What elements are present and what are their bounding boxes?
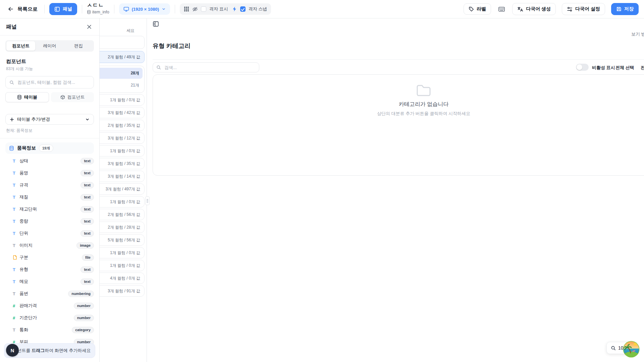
search-icon: [9, 80, 14, 85]
field-name: 재질: [19, 194, 28, 200]
component-search-input[interactable]: [17, 79, 90, 85]
back-to-list-button[interactable]: 목록으로: [5, 5, 40, 13]
viewport-size-select[interactable]: (644 × 362): [119, 3, 170, 15]
widget-title: 유형 카테고리: [153, 42, 191, 50]
tab-edit[interactable]: 편집: [64, 41, 93, 51]
i18n-settings-label: 다국어 설정: [575, 6, 600, 12]
field-row[interactable]: 구분 file: [0, 251, 99, 263]
field-row[interactable]: T 재고단위 text: [0, 203, 99, 215]
clipped-action-button[interactable]: 전: [641, 65, 644, 71]
select-all-button[interactable]: 전체 선택: [615, 65, 634, 71]
plus-icon: [10, 117, 14, 122]
field-type-icon: T: [13, 279, 18, 284]
field-row[interactable]: # 판매가격 number: [0, 300, 99, 312]
flyout-table-item-meta: 1개 컬럼 / 0개 값: [110, 263, 140, 268]
tab-layers[interactable]: 레이어: [35, 41, 64, 51]
empty-state-subtitle: 상단의 대분류 추가 버튼을 클릭하여 시작하세요: [153, 111, 644, 117]
field-type-badge: text: [80, 266, 94, 273]
field-type-icon: #: [13, 315, 18, 320]
field-type-badge: text: [80, 194, 94, 200]
grid-snap-checkbox[interactable]: [240, 6, 246, 12]
field-type-badge: text: [80, 230, 94, 237]
field-row[interactable]: T 이미지 image: [0, 239, 99, 251]
panel-close-button[interactable]: [85, 23, 93, 31]
source-tab-component-label: 컴포넌트: [67, 94, 85, 100]
field-type-badge: text: [80, 170, 94, 176]
add-table-dropdown[interactable]: 테이블 추가/변경: [5, 114, 94, 125]
save-button[interactable]: 저장: [611, 3, 639, 15]
keyboard-icon: [498, 7, 505, 12]
field-row[interactable]: T 유형 text: [0, 263, 99, 276]
empty-state: 카테고리가 없습니다 상단의 대분류 추가 버튼을 클릭하여 시작하세요: [153, 83, 644, 117]
label-button[interactable]: 라벨: [464, 3, 491, 15]
panel-tabs: 컴포넌트 레이어 편집: [5, 40, 94, 52]
search-icon: [156, 65, 161, 70]
field-type-badge: file: [82, 254, 94, 261]
add-table-label: 테이블 추가/변경: [17, 116, 50, 122]
grid-show-checkbox[interactable]: [201, 6, 206, 12]
field-name: 이미지: [19, 242, 33, 248]
keyboard-shortcuts-button[interactable]: [497, 5, 506, 13]
i18n-generate-button[interactable]: 다국어 생성: [512, 3, 556, 15]
translate-icon: [517, 6, 523, 12]
inactive-visibility-toggle[interactable]: [576, 64, 589, 71]
document-subtitle: item_info: [92, 10, 109, 14]
document-title: ㅅㄷㄴ: [87, 2, 109, 8]
field-type-icon: T: [13, 159, 18, 164]
source-tab-table[interactable]: 테이블: [5, 92, 49, 102]
field-type-icon: T: [13, 243, 18, 248]
back-to-list-label: 목록으로: [17, 6, 38, 12]
folder-icon: [153, 83, 644, 97]
field-row[interactable]: T 상태 text: [0, 155, 99, 167]
save-button-label: 저장: [624, 6, 634, 12]
category-search-input[interactable]: [164, 65, 256, 70]
sliders-icon: [567, 7, 573, 12]
save-icon: [616, 6, 622, 12]
panel-toggle-button[interactable]: 패널: [49, 3, 77, 15]
field-row[interactable]: T 메모 text: [0, 276, 99, 288]
tab-components[interactable]: 컴포넌트: [6, 41, 35, 51]
field-name: 메모: [19, 279, 28, 285]
source-tabs: 테이블 컴포넌트: [5, 92, 94, 102]
field-type-icon: T: [13, 195, 18, 200]
field-type-badge: text: [80, 218, 94, 225]
source-tab-component[interactable]: 컴포넌트: [51, 92, 94, 102]
field-row[interactable]: T 품명 text: [0, 167, 99, 179]
divider: [114, 5, 114, 13]
field-type-icon: T: [13, 171, 18, 176]
component-search: [5, 76, 94, 88]
grid-snap-label: 격자 스냅: [249, 6, 267, 12]
table-group-header[interactable]: 품목정보 19개: [5, 142, 94, 154]
field-type-icon: #: [13, 303, 18, 308]
field-type-icon: T: [13, 231, 18, 236]
field-row[interactable]: # 기준단가 number: [0, 312, 99, 324]
field-row[interactable]: T 중량 text: [0, 215, 99, 227]
i18n-settings-button[interactable]: 다국어 설정: [562, 3, 605, 15]
field-row[interactable]: T 규격 text: [0, 179, 99, 191]
field-type-badge: text: [80, 279, 94, 285]
island-extension-icon[interactable]: [623, 341, 640, 358]
flyout-count-label: 21개: [131, 82, 139, 88]
field-row[interactable]: T 품번 numbering: [0, 288, 99, 300]
field-name: 상태: [19, 158, 28, 164]
panel-resize-handle[interactable]: [145, 196, 150, 205]
flyout-table-item-meta: 3개 컬럼 / 12개 값: [108, 135, 140, 141]
field-name: 유형: [19, 266, 28, 273]
database-icon: [87, 10, 91, 14]
field-row[interactable]: T 재질 text: [0, 191, 99, 203]
divider: [0, 138, 99, 138]
field-name: 판매가격: [19, 303, 37, 309]
field-type-badge: numbering: [68, 291, 94, 297]
field-type-badge: number: [74, 303, 94, 309]
divider: [175, 5, 175, 13]
monitor-icon: [123, 7, 129, 12]
field-name: 단위: [19, 230, 28, 236]
collapse-panel-button[interactable]: [153, 20, 161, 28]
field-row[interactable]: T 통화 category: [0, 324, 99, 336]
field-row[interactable]: T 단위 text: [0, 227, 99, 239]
table-field-count-badge: 19개: [39, 144, 53, 152]
field-type-icon: T: [13, 207, 18, 212]
field-type-badge: text: [80, 206, 94, 213]
grid-show-label: 격자 표시: [209, 6, 228, 12]
flyout-selected-table-meta: 2개 컬럼 / 49개 값: [108, 54, 140, 60]
